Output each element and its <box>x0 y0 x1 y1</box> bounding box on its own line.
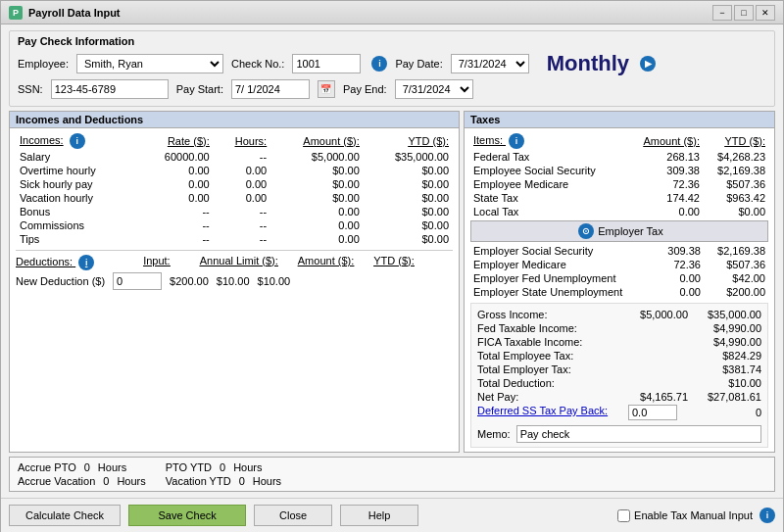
income-cell: $0.00 <box>364 232 453 246</box>
accrue-vacation-row: Accrue Vacation 0 Hours <box>18 475 146 487</box>
vacation-ytd-label: Vacation YTD <box>166 475 231 487</box>
income-cell: -- <box>214 205 270 218</box>
income-cell: 0.00 <box>137 191 214 205</box>
summary-row-label: Fed Taxable Income: <box>477 322 577 334</box>
income-cell: 0.00 <box>270 205 364 218</box>
memo-input[interactable] <box>516 425 761 443</box>
income-cell: $0.00 <box>364 177 453 191</box>
deferred-ss-input[interactable] <box>628 405 677 420</box>
memo-row: Memo: <box>477 425 761 443</box>
taxes-panel-header: Taxes <box>465 112 774 128</box>
close-button-footer[interactable]: Close <box>254 505 332 526</box>
income-cell: Commissions <box>16 218 137 232</box>
pto-ytd-label: PTO YTD <box>166 461 212 473</box>
incomes-info-dot[interactable]: i <box>70 133 85 149</box>
employer-tax-cell: 0.00 <box>657 285 704 299</box>
frequency-dot[interactable]: ▶ <box>640 56 656 72</box>
deduction-input-header: Input: <box>143 255 171 270</box>
check-no-info-dot[interactable]: i <box>371 56 387 72</box>
summary-row-value: $4,990.00 <box>698 322 761 334</box>
employee-label: Employee: <box>18 58 69 70</box>
summary-row-label: FICA Taxable Income: <box>477 336 582 348</box>
pay-start-input[interactable] <box>231 79 310 99</box>
deduction-amount-value: $10.00 <box>217 275 250 287</box>
deductions-header: Deductions: i Input: Annual Limit ($): A… <box>16 255 453 270</box>
window-title: Payroll Data Input <box>28 7 121 19</box>
income-table-row: Tips----0.00$0.00 <box>16 232 453 246</box>
title-bar: P Payroll Data Input − □ ✕ <box>1 1 783 24</box>
ssn-input[interactable] <box>51 79 169 99</box>
income-cell: Tips <box>16 232 137 246</box>
employee-tax-row: Employee Medicare72.36$507.36 <box>470 177 768 191</box>
pay-end-select[interactable]: 7/31/2024 <box>395 79 473 99</box>
pay-start-calendar-button[interactable]: 📅 <box>318 80 335 98</box>
tax-col-items: Items: i <box>470 132 627 150</box>
summary-row-label: Net Pay: <box>477 391 518 403</box>
accrue-pto-row: Accrue PTO 0 Hours <box>18 461 146 473</box>
pto-section: Accrue PTO 0 Hours Accrue Vacation 0 Hou… <box>9 457 775 492</box>
app-icon: P <box>9 6 23 20</box>
employee-tax-row: Federal Tax268.13$4,268.23 <box>470 150 768 164</box>
help-button[interactable]: Help <box>340 505 418 526</box>
tax-cell: Employee Social Security <box>470 164 627 177</box>
summary-row-value: $10.00 <box>698 377 761 389</box>
accrue-vacation-unit: Hours <box>117 475 145 487</box>
employee-tax-table: Items: i Amount ($): YTD ($): Federal Ta… <box>470 132 768 218</box>
footer-buttons: Calculate Check Save Check Close Help En… <box>1 498 783 532</box>
check-no-input[interactable] <box>292 54 361 73</box>
employer-tax-cell: 0.00 <box>657 271 704 285</box>
summary-row-label: Total Employee Tax: <box>477 350 573 362</box>
enable-tax-checkbox[interactable] <box>617 509 630 522</box>
summary-row-label: Total Deduction: <box>477 377 555 389</box>
enable-tax-info-dot[interactable]: i <box>760 508 775 523</box>
income-cell: 0.00 <box>214 191 270 205</box>
calculate-button[interactable]: Calculate Check <box>9 505 121 526</box>
employer-tax-cell: 309.38 <box>657 244 704 258</box>
income-cell: $0.00 <box>364 164 453 177</box>
save-check-button[interactable]: Save Check <box>128 505 246 526</box>
employee-tax-row: Employee Social Security309.38$2,169.38 <box>470 164 768 177</box>
tax-cell: Local Tax <box>470 205 627 218</box>
summary-section: Gross Income:$5,000.00$35,000.00Fed Taxa… <box>470 303 768 448</box>
tax-cell: $0.00 <box>703 205 768 218</box>
income-cell: $0.00 <box>270 191 364 205</box>
employer-tax-table: Employer Social Security309.38$2,169.38E… <box>470 244 768 299</box>
income-cell: 0.00 <box>270 232 364 246</box>
income-table-row: Bonus----0.00$0.00 <box>16 205 453 218</box>
employee-select[interactable]: Smith, Ryan <box>76 54 223 73</box>
income-cell: 60000.00 <box>137 150 214 164</box>
employer-tax-header: ⊙ Employer Tax <box>470 220 768 242</box>
deduction-row: New Deduction ($) $200.00 $10.00 $10.00 <box>16 272 453 290</box>
income-cell: $0.00 <box>364 191 453 205</box>
income-cell: $0.00 <box>364 218 453 232</box>
taxes-panel: Taxes Items: i Amount ($): YTD ($): <box>464 111 775 453</box>
tax-cell: 72.36 <box>627 177 703 191</box>
paycheck-section-label: Pay Check Information <box>18 35 766 47</box>
deferred-ss-row: Deferred SS Tax Pay Back: 0 <box>477 404 761 421</box>
employer-tax-cell: $2,169.38 <box>704 244 768 258</box>
pto-ytd-group: PTO YTD 0 Hours Vacation YTD 0 Hours <box>166 461 281 487</box>
summary-row-value: $5,000.00 <box>624 309 688 320</box>
maximize-button[interactable]: □ <box>734 5 754 21</box>
tax-cell: State Tax <box>470 191 627 205</box>
income-cell: $0.00 <box>270 164 364 177</box>
deferred-ss-link[interactable]: Deferred SS Tax Pay Back: <box>477 405 608 420</box>
income-cell: -- <box>137 218 214 232</box>
deduction-input[interactable] <box>113 272 162 290</box>
employer-tax-cell: $42.00 <box>704 271 768 285</box>
employer-tax-cell: 72.36 <box>657 258 704 271</box>
deductions-info-dot[interactable]: i <box>78 255 94 270</box>
summary-row-value: $4,165.71 <box>624 391 688 403</box>
close-button[interactable]: ✕ <box>756 5 775 21</box>
minimize-button[interactable]: − <box>712 5 732 21</box>
deduction-name-label: New Deduction ($) <box>16 275 105 287</box>
tax-col-ytd: YTD ($): <box>703 132 768 150</box>
summary-row-label: Total Employer Tax: <box>477 363 571 375</box>
employer-tax-cell: Employer State Unemployment <box>470 285 657 299</box>
enable-tax-row: Enable Tax Manual Input i <box>617 508 775 523</box>
pay-date-select[interactable]: 7/31/2024 <box>451 54 529 73</box>
income-table-row: Sick hourly pay0.000.00$0.00$0.00 <box>16 177 453 191</box>
employer-tax-dot[interactable]: ⊙ <box>578 223 594 239</box>
taxes-info-dot[interactable]: i <box>509 133 524 149</box>
deductions-label: Deductions: i <box>16 255 94 270</box>
